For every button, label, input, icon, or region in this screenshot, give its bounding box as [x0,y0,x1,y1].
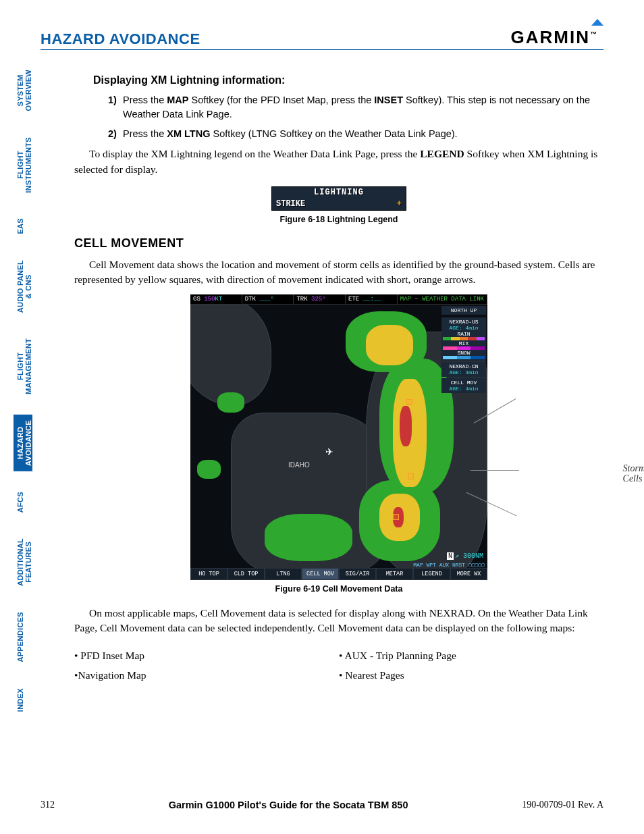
tab-additional-features[interactable]: ADDITIONALFEATURES [14,533,32,592]
side-tabs: SYSTEMOVERVIEW FLIGHTINSTRUMENTS EAS AUD… [14,64,32,717]
nexrad-cn-box: NEXRAD-CN AGE: 4min [441,362,486,377]
softkey-ltng[interactable]: LTNG [265,568,302,580]
field-ete: ETE __:__ [346,294,398,304]
tab-flight-management[interactable]: FLIGHTMANAGEMENT [14,333,32,400]
storm-cell-icon [393,514,399,520]
legend-title: LIGHTNING [272,187,406,198]
body-paragraph-1: To display the XM Lightning legend on th… [74,147,603,177]
bullet-item: Navigation Map [74,665,339,685]
garmin-logo: GARMIN™ [511,27,603,48]
state-label-idaho: IDAHO [288,461,310,469]
ownship-icon: ✈ [325,446,333,458]
procedure-heading: Displaying XM Lightning information: [93,74,603,86]
cell-mov-box: CELL MOV AGE: 4min [441,378,486,393]
footer-rev: 190-00709-01 Rev. A [522,800,603,810]
field-trk: TRK 325° [294,294,346,304]
footer-title: Garmin G1000 Pilot's Guide for the Socat… [169,800,408,810]
page-group-indicator: MAP WPT AUX NRST ▢▢▢▢▢ [413,562,485,568]
callout-leader-line [471,470,519,471]
softkey-sig-air[interactable]: SIG/AIR [339,568,376,580]
storm-cell-icon [406,399,412,405]
bullet-columns: PFD Inset Map Navigation Map AUX - Trip … [74,646,603,685]
body-paragraph-2: Cell Movement data shows the location an… [74,257,603,288]
softkey-metar[interactable]: METAR [376,568,413,580]
softkey-cld-top[interactable]: CLD TOP [227,568,265,580]
figure-caption-19: Figure 6-19 Cell Movement Data [74,584,603,594]
tab-system-overview[interactable]: SYSTEMOVERVIEW [14,64,32,117]
softkey-legend[interactable]: LEGEND [413,568,450,580]
map-scale: N↗ 300NM [447,552,483,560]
figure-6-19-wrap: GS 150KT DTK ___° TRK 325° ETE __:__ MAP… [74,294,603,580]
page-header: HAZARD AVOIDANCE GARMIN™ [41,27,603,50]
body-paragraph-3: On most applicable maps, Cell Movement d… [74,606,603,636]
tab-eas[interactable]: EAS [14,213,32,240]
bullet-item: AUX - Trip Planning Page [339,646,603,665]
step-2: 2) Press the XM LTNG Softkey (LTNG Softk… [108,127,603,141]
bullet-col-left: PFD Inset Map Navigation Map [74,646,339,685]
figure-caption-18: Figure 6-18 Lightning Legend [74,215,603,224]
content: Displaying XM Lightning information: 1) … [74,74,603,685]
page-footer: 312 Garmin G1000 Pilot's Guide for the S… [41,800,603,810]
radar-side-panel: NORTH UP NEXRAD-US AGE: 4min RAIN MIX SN… [441,306,486,394]
tab-flight-instruments[interactable]: FLIGHTINSTRUMENTS [14,132,32,199]
bullet-col-right: AUX - Trip Planning Page Nearest Pages [339,646,603,685]
field-map-title: MAP – WEATHER DATA LINK [398,294,487,304]
nexrad-us-box: NEXRAD-US AGE: 4min RAIN MIX SNOW [441,317,486,361]
radar-screen: GS 150KT DTK ___° TRK 325° ETE __:__ MAP… [190,294,487,580]
tab-appendices[interactable]: APPENDICES [14,606,32,668]
section-title: HAZARD AVOIDANCE [41,30,200,48]
page-number: 312 [41,800,55,810]
field-gs: GS 150KT [190,294,242,304]
tab-afcs[interactable]: AFCS [14,486,32,518]
step-1: 1) Press the MAP Softkey (for the PFD In… [108,93,603,122]
cell-movement-heading: CELL MOVEMENT [74,236,603,251]
logo-triangle-icon [591,19,603,26]
bullet-item: PFD Inset Map [74,646,339,665]
softkey-more-wx[interactable]: MORE WX [450,568,487,580]
tab-audio-panel-cns[interactable]: AUDIO PANEL& CNS [14,255,32,318]
bullet-item: Nearest Pages [339,665,603,685]
radar-softkey-bar: HO TOP CLD TOP LTNG CELL MOV SIG/AIR MET… [190,568,487,580]
tab-index[interactable]: INDEX [14,683,32,717]
field-dtk: DTK ___° [242,294,294,304]
north-up-box: NORTH UP [441,306,486,315]
legend-row: STRIKE+ [272,198,406,210]
radar-map: ✈ IDAHO NORTH UP NEXRAD-US AGE: 4min RAI… [190,305,487,568]
storm-cell-icon [408,473,414,479]
softkey-cell-mov[interactable]: CELL MOV [302,568,339,580]
softkey-ho-top[interactable]: HO TOP [190,568,227,580]
radar-data-bar: GS 150KT DTK ___° TRK 325° ETE __:__ MAP… [190,294,487,305]
strike-symbol-icon: + [397,199,402,209]
tab-hazard-avoidance[interactable]: HAZARDAVOIDANCE [14,415,32,471]
lightning-legend-figure: LIGHTNING STRIKE+ [271,186,406,211]
storm-cells-callout: StormCells [623,463,644,484]
